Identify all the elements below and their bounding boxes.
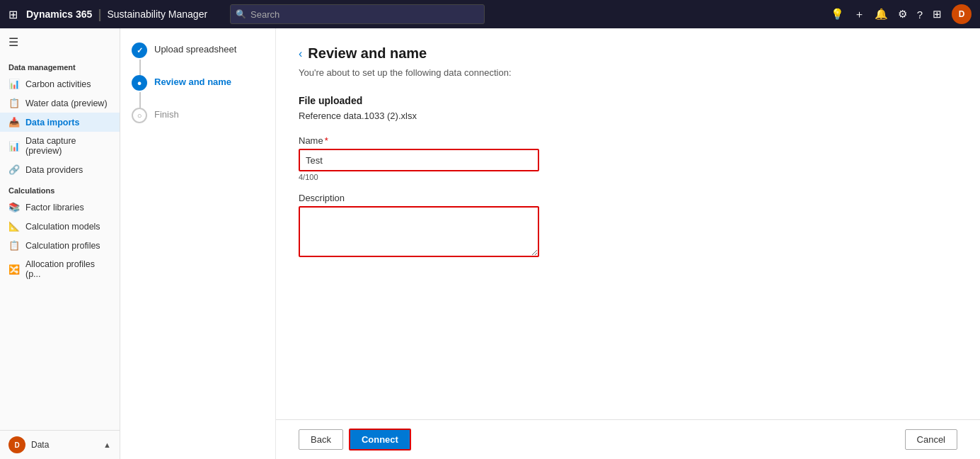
- sidebar: ☰ Data management 📊 Carbon activities 📋 …: [0, 28, 120, 459]
- back-arrow-icon[interactable]: ‹: [299, 47, 302, 60]
- data-capture-icon: 📊: [8, 141, 20, 152]
- back-button[interactable]: Back: [299, 429, 343, 450]
- connect-button[interactable]: Connect: [349, 429, 411, 450]
- brand-separator: |: [98, 7, 101, 22]
- form-title: Review and name: [308, 45, 427, 62]
- step-finish-label: Finish: [154, 108, 179, 120]
- step-finish-circle: ○: [132, 108, 147, 123]
- description-field-label: Description: [299, 193, 957, 203]
- calculation-models-icon: 📐: [8, 221, 20, 232]
- factor-libraries-icon: 📚: [8, 202, 20, 212]
- step-review: ● Review and name: [132, 75, 264, 91]
- search-input[interactable]: [230, 4, 485, 24]
- sidebar-section-calculations: Calculations: [0, 179, 120, 198]
- form-header: ‹ Review and name: [299, 45, 957, 62]
- name-input[interactable]: [299, 149, 539, 171]
- sidebar-section-data-management: Data management: [0, 56, 120, 74]
- avatar[interactable]: D: [952, 4, 972, 24]
- cancel-button[interactable]: Cancel: [905, 429, 957, 450]
- grid-layout-icon[interactable]: ⊞: [933, 8, 942, 21]
- sidebar-item-label: Calculation models: [25, 222, 100, 232]
- sidebar-item-calculation-models[interactable]: 📐 Calculation models: [0, 217, 120, 236]
- sidebar-item-label: Data imports: [25, 118, 79, 128]
- sidebar-item-allocation-profiles[interactable]: 🔀 Allocation profiles (p...: [0, 255, 120, 283]
- step-finish: ○ Finish: [132, 108, 264, 123]
- sidebar-item-carbon-activities[interactable]: 📊 Carbon activities: [0, 74, 120, 94]
- sidebar-item-data-imports[interactable]: 📥 Data imports: [0, 113, 120, 132]
- sidebar-item-water-data[interactable]: 📋 Water data (preview): [0, 94, 120, 113]
- content-area: ✓ Upload spreadsheet ● Review and name ○…: [120, 28, 980, 459]
- sidebar-item-label: Carbon activities: [25, 79, 91, 89]
- sidebar-item-label: Data capture (preview): [25, 136, 111, 156]
- form-panel: ‹ Review and name You're about to set up…: [276, 28, 980, 419]
- description-textarea[interactable]: [299, 206, 539, 257]
- sidebar-item-data-capture[interactable]: 📊 Data capture (preview): [0, 132, 120, 160]
- step-review-circle: ●: [132, 75, 147, 91]
- step-list: ✓ Upload spreadsheet ● Review and name ○…: [132, 42, 264, 123]
- brand-name: Dynamics 365: [26, 8, 92, 20]
- name-field-label: Name*: [299, 135, 957, 146]
- waffle-icon[interactable]: ⊞: [8, 8, 18, 21]
- form-body: File uploaded Reference data.1033 (2).xl…: [299, 95, 957, 402]
- sidebar-item-label: Allocation profiles (p...: [25, 259, 111, 279]
- calculation-profiles-icon: 📋: [8, 240, 20, 251]
- sidebar-footer[interactable]: D Data ▲: [0, 430, 120, 459]
- help-icon[interactable]: ?: [917, 8, 923, 21]
- sidebar-item-calculation-profiles[interactable]: 📋 Calculation profiles: [0, 236, 120, 255]
- sidebar-item-factor-libraries[interactable]: 📚 Factor libraries: [0, 198, 120, 217]
- data-imports-icon: 📥: [8, 117, 20, 128]
- sidebar-item-label: Water data (preview): [25, 98, 108, 108]
- sidebar-footer-label: Data: [31, 440, 49, 450]
- search-icon: 🔍: [236, 9, 246, 19]
- action-bar: Back Connect Cancel: [276, 419, 980, 459]
- data-providers-icon: 🔗: [8, 164, 20, 175]
- gear-icon[interactable]: ⚙: [898, 8, 907, 21]
- lightbulb-icon[interactable]: 💡: [831, 8, 844, 21]
- name-counter: 4/100: [299, 173, 957, 181]
- search-container: 🔍: [230, 4, 485, 24]
- step-upload: ✓ Upload spreadsheet: [132, 42, 264, 58]
- form-subtitle: You're about to set up the following dat…: [299, 67, 957, 78]
- step-review-label: Review and name: [154, 75, 231, 87]
- main-layout: ☰ Data management 📊 Carbon activities 📋 …: [0, 28, 980, 459]
- water-data-icon: 📋: [8, 98, 20, 108]
- file-name: Reference data.1033 (2).xlsx: [299, 110, 957, 121]
- bell-icon[interactable]: 🔔: [875, 8, 888, 21]
- sidebar-item-label: Data providers: [25, 165, 83, 175]
- sidebar-item-data-providers[interactable]: 🔗 Data providers: [0, 160, 120, 179]
- app-name: Sustainability Manager: [107, 8, 207, 20]
- sidebar-footer-chevron-icon: ▲: [103, 441, 111, 449]
- allocation-profiles-icon: 🔀: [8, 264, 20, 275]
- carbon-activities-icon: 📊: [8, 79, 20, 89]
- sidebar-item-label: Factor libraries: [25, 203, 84, 212]
- topnav-actions: 💡 ＋ 🔔 ⚙ ? ⊞ D: [831, 4, 972, 24]
- sidebar-item-label: Calculation profiles: [25, 241, 100, 251]
- brand-logo: Dynamics 365 | Sustainability Manager: [26, 7, 207, 22]
- sidebar-hamburger-icon[interactable]: ☰: [0, 28, 120, 56]
- wizard-steps-panel: ✓ Upload spreadsheet ● Review and name ○…: [120, 28, 276, 459]
- sidebar-footer-avatar: D: [8, 436, 25, 453]
- file-section-label: File uploaded: [299, 95, 957, 106]
- top-navigation: ⊞ Dynamics 365 | Sustainability Manager …: [0, 0, 980, 28]
- step-upload-label: Upload spreadsheet: [154, 42, 236, 55]
- plus-icon[interactable]: ＋: [854, 8, 865, 21]
- step-upload-circle: ✓: [132, 42, 147, 58]
